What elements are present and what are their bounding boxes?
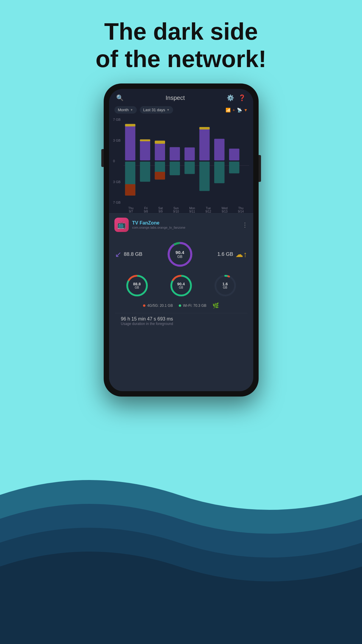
screen-title: Inspect	[166, 95, 185, 101]
app-info: TV FanZone com.orange.labs.orange_tv_fan…	[132, 220, 186, 229]
x-label-sat-9: Sat9/9	[158, 207, 163, 213]
upload-stat: 1.6 GB ☁↑	[217, 250, 247, 259]
svg-rect-16	[199, 127, 210, 129]
x-label-wed-13: Wed9/13	[222, 207, 228, 213]
app-card: 📺 TV FanZone com.orange.labs.orange_tv_f…	[109, 213, 253, 236]
small-donut-3: 1.6 GB	[213, 274, 237, 298]
main-stats-row: ↙ 88.8 GB 90.4 GB	[115, 241, 247, 268]
small-donut-3-label: 1.6 GB	[222, 282, 228, 289]
small-donut-2-value: 90.4	[177, 282, 185, 286]
upload-icon: ☁↑	[235, 250, 247, 259]
small-donuts-row: 88.8 GB 90.4 GB	[115, 274, 247, 298]
phone-mockup: 🔍 Inspect ⚙️ ❓ Month ▼ Last 31 days	[104, 83, 259, 397]
more-options-button[interactable]: ⋮	[242, 221, 248, 228]
svg-rect-6	[140, 162, 150, 182]
svg-rect-13	[184, 147, 195, 160]
total-value: 90.4	[175, 250, 184, 255]
y-label-0: 0	[113, 159, 121, 163]
app-icon: 📺	[114, 218, 129, 232]
help-icon[interactable]: ❓	[238, 94, 246, 101]
x-label-sun-10: Sun9/10	[173, 207, 179, 213]
svg-rect-11	[170, 147, 180, 160]
small-donut-2-label: 90.4 GB	[177, 282, 185, 289]
search-icon[interactable]: 🔍	[116, 94, 124, 101]
svg-rect-5	[140, 140, 150, 141]
small-donut-3-unit: GB	[222, 286, 228, 289]
download-value: 88.8 GB	[124, 251, 142, 257]
app-card-left: 📺 TV FanZone com.orange.labs.orange_tv_f…	[114, 218, 186, 232]
app-package: com.orange.labs.orange_tv_fanzone	[132, 226, 186, 229]
svg-rect-14	[184, 162, 195, 174]
phone-screen: 🔍 Inspect ⚙️ ❓ Month ▼ Last 31 days	[109, 89, 253, 391]
svg-rect-8	[155, 141, 165, 144]
settings-icon[interactable]: ⚙️	[227, 94, 234, 101]
headline-line1: The dark side	[0, 18, 362, 45]
svg-rect-0	[125, 124, 135, 160]
legend-wifi: Wi-Fi: 70.3 GB	[179, 304, 206, 308]
wifi-icon: 📡	[237, 108, 242, 112]
background-waves	[0, 435, 362, 644]
plus-icon: +	[232, 108, 235, 112]
small-donut-1: 88.8 GB	[125, 274, 149, 298]
legend-wifi-label: Wi-Fi: 70.3 GB	[183, 304, 206, 308]
range-filter-button[interactable]: Last 31 days ▼	[140, 106, 173, 114]
period-arrow-icon: ▼	[130, 108, 133, 112]
filter-left: Month ▼ Last 31 days ▼	[114, 106, 173, 114]
top-bar-left-icons: 🔍	[116, 94, 124, 101]
duration-section: 96 h 15 min 47 s 693 ms Usage duration i…	[115, 313, 247, 331]
top-bar: 🔍 Inspect ⚙️ ❓	[109, 89, 253, 104]
period-filter-label: Month	[118, 108, 129, 112]
download-stat: ↙ 88.8 GB	[115, 250, 142, 259]
y-axis-labels: 7 GB 3 GB 0 3 GB 7 GB	[113, 118, 121, 204]
legend-wifi-dot	[179, 304, 181, 307]
svg-rect-18	[214, 139, 224, 160]
svg-rect-17	[199, 162, 210, 191]
filter-bar: Month ▼ Last 31 days ▼ 📶 + 📡 ▼	[109, 104, 253, 117]
svg-rect-19	[214, 162, 224, 183]
svg-rect-20	[229, 149, 239, 160]
x-label-fri-8: Fri9/8	[144, 207, 148, 213]
bar-chart-svg	[123, 118, 249, 204]
range-filter-label: Last 31 days	[143, 108, 165, 112]
y-label-7gb-bot: 7 GB	[113, 201, 121, 204]
headline-line2: of the network!	[0, 45, 362, 73]
chart-canvas: 7 GB 3 GB 0 3 GB 7 GB	[113, 118, 249, 213]
app-name: TV FanZone	[132, 220, 186, 226]
small-donut-1-label: 88.8 GB	[133, 282, 141, 289]
x-axis-labels: Thu9/7 Fri9/8 Sat9/9 Sun9/10 Mon9/11 Tue…	[123, 207, 249, 213]
svg-rect-12	[170, 162, 180, 175]
small-donut-1-unit: GB	[133, 286, 141, 289]
small-donut-3-value: 1.6	[222, 282, 228, 286]
svg-rect-3	[125, 184, 135, 196]
svg-rect-1	[125, 124, 135, 126]
range-arrow-icon: ▼	[167, 108, 170, 112]
x-label-tue-12: Tue9/12	[205, 207, 211, 213]
period-filter-button[interactable]: Month ▼	[114, 106, 137, 114]
x-label-thu-7: Thu9/7	[128, 207, 133, 213]
x-label-mon-11: Mon9/11	[189, 207, 195, 213]
duration-time: 96 h 15 min 47 s 693 ms	[121, 316, 241, 322]
phone-shell: 🔍 Inspect ⚙️ ❓ Month ▼ Last 31 days	[104, 83, 259, 397]
svg-rect-10	[155, 172, 165, 179]
svg-rect-4	[140, 140, 150, 160]
y-label-3gb-bot: 3 GB	[113, 180, 121, 184]
connection-arrow-icon: ▼	[244, 108, 248, 112]
duration-label: Usage duration in the foreground	[121, 322, 241, 326]
headline: The dark side of the network!	[0, 18, 362, 73]
x-label-thu-14: Thu9/14	[238, 207, 244, 213]
leaf-icon: 🌿	[212, 302, 219, 309]
upload-value: 1.6 GB	[217, 251, 233, 257]
small-donut-1-value: 88.8	[133, 282, 141, 286]
total-unit: GB	[175, 255, 184, 259]
legend-row: 4G/5G: 20.1 GB Wi-Fi: 70.3 GB 🌿	[115, 302, 247, 309]
small-donut-2: 90.4 GB	[169, 274, 193, 298]
svg-rect-21	[229, 162, 239, 173]
small-donut-2-unit: GB	[177, 286, 185, 289]
legend-4g-label: 4G/5G: 20.1 GB	[147, 304, 173, 308]
svg-rect-15	[199, 127, 210, 160]
connection-filter[interactable]: 📶 + 📡 ▼	[226, 108, 248, 112]
total-donut: 90.4 GB	[167, 241, 193, 268]
chart-area: 7 GB 3 GB 0 3 GB 7 GB	[109, 117, 253, 213]
legend-4g-dot	[143, 304, 145, 307]
stats-section: ↙ 88.8 GB 90.4 GB	[109, 236, 253, 391]
